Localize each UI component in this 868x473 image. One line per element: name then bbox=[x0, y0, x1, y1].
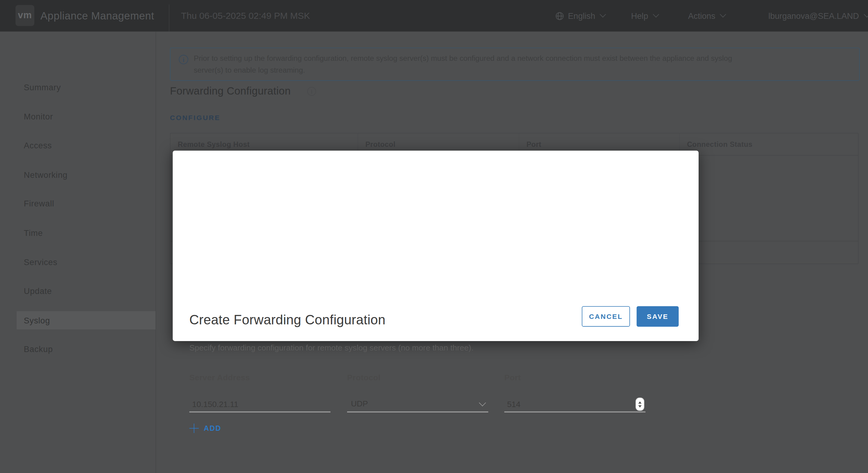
vmware-logo: vm bbox=[16, 5, 34, 26]
create-forwarding-configuration-dialog: Create Forwarding Configuration Specify … bbox=[173, 150, 699, 341]
add-button-label: ADD bbox=[204, 424, 221, 432]
topbar-divider bbox=[169, 5, 169, 32]
sidebar-item-update[interactable]: Update bbox=[17, 282, 156, 300]
help-menu[interactable]: Help bbox=[631, 0, 658, 32]
info-alert-line1: Prior to setting up the forwarding confi… bbox=[194, 54, 732, 63]
sidebar-item-syslog[interactable]: Syslog bbox=[17, 311, 156, 329]
sidebar-item-access[interactable]: Access bbox=[17, 136, 156, 154]
info-alert-text: Prior to setting up the forwarding confi… bbox=[194, 53, 844, 76]
language-menu[interactable]: English bbox=[555, 0, 605, 32]
appliance-management-page: vm Appliance Management Thu 06-05-2025 0… bbox=[0, 0, 868, 473]
chevron-down-icon bbox=[653, 11, 659, 18]
info-icon: i bbox=[179, 55, 188, 64]
chevron-down-icon bbox=[720, 11, 726, 18]
plus-icon bbox=[189, 423, 199, 433]
user-menu[interactable]: lburganova@SEA.LAND bbox=[768, 0, 868, 32]
sidebar-item-backup[interactable]: Backup bbox=[17, 340, 156, 358]
server-address-label: Server Address bbox=[189, 373, 250, 382]
sidebar-item-monitor[interactable]: Monitor bbox=[17, 107, 156, 125]
protocol-label: Protocol bbox=[347, 373, 380, 382]
port-input-box bbox=[504, 396, 645, 413]
info-alert: i Prior to setting up the forwarding con… bbox=[170, 48, 860, 81]
configure-button[interactable]: CONFIGURE bbox=[170, 114, 220, 122]
port-label: Port bbox=[504, 373, 521, 382]
globe-icon bbox=[555, 11, 564, 20]
stepper-up-icon bbox=[638, 401, 642, 404]
vmware-logo-text: vm bbox=[18, 10, 32, 21]
sidebar-item-services[interactable]: Services bbox=[17, 253, 156, 271]
page-title: Forwarding Configuration bbox=[170, 85, 290, 97]
sidebar-item-firewall[interactable]: Firewall bbox=[17, 195, 156, 213]
port-input[interactable] bbox=[504, 396, 645, 411]
forwarding-info-icon[interactable]: i bbox=[307, 87, 316, 96]
sidebar-item-networking[interactable]: Networking bbox=[17, 166, 156, 184]
help-menu-label: Help bbox=[631, 11, 648, 20]
port-stepper[interactable] bbox=[636, 397, 644, 411]
server-address-input[interactable] bbox=[189, 396, 330, 411]
save-button[interactable]: SAVE bbox=[637, 306, 679, 326]
actions-menu-label: Actions bbox=[688, 11, 715, 20]
chevron-down-icon bbox=[863, 11, 868, 18]
sidebar: Summary Monitor Access Networking Firewa… bbox=[0, 32, 156, 473]
chevron-down-icon bbox=[600, 11, 606, 18]
actions-menu[interactable]: Actions bbox=[688, 0, 725, 32]
sidebar-item-time[interactable]: Time bbox=[17, 224, 156, 242]
protocol-select[interactable]: UDP bbox=[347, 396, 488, 413]
stepper-down-icon bbox=[638, 405, 642, 407]
dialog-title: Create Forwarding Configuration bbox=[189, 312, 385, 328]
appliance-timestamp: Thu 06-05-2025 02:49 PM MSK bbox=[181, 0, 310, 32]
add-server-button[interactable]: ADD bbox=[189, 423, 221, 433]
column-header-connection-status: Connection Status bbox=[679, 134, 858, 155]
sidebar-item-summary[interactable]: Summary bbox=[17, 78, 156, 96]
dialog-description: Specify forwarding configuration for rem… bbox=[189, 343, 473, 352]
app-title: Appliance Management bbox=[40, 0, 154, 32]
info-alert-line2: server(s) to enable log streaming. bbox=[194, 66, 305, 74]
protocol-selected-value: UDP bbox=[347, 396, 488, 411]
top-bar: vm Appliance Management Thu 06-05-2025 0… bbox=[0, 0, 868, 32]
sidebar-nav: Summary Monitor Access Networking Firewa… bbox=[17, 78, 156, 369]
cancel-button[interactable]: CANCEL bbox=[582, 306, 630, 326]
user-menu-label: lburganova@SEA.LAND bbox=[768, 11, 859, 20]
language-menu-label: English bbox=[568, 11, 595, 20]
server-address-input-box bbox=[189, 396, 330, 413]
